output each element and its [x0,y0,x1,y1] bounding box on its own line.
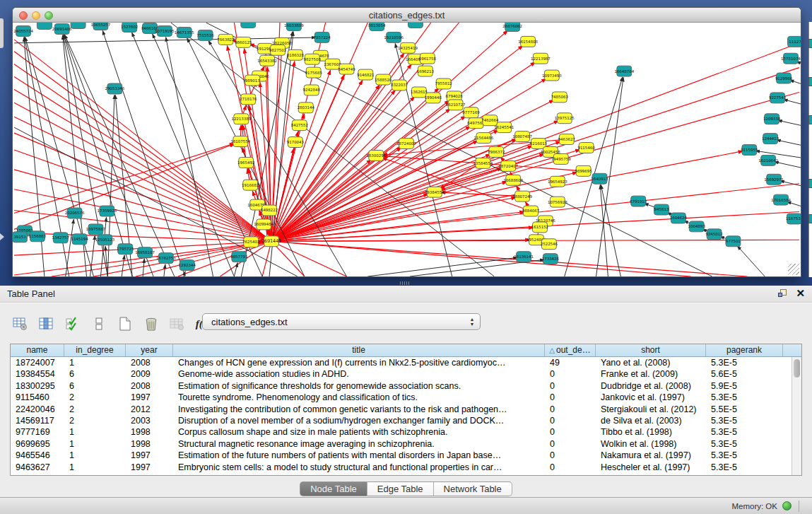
graph-edge[interactable] [132,33,235,276]
graph-node[interactable]: 1588520 [375,74,392,85]
graph-node[interactable]: 7462664 [481,115,499,126]
graph-node[interactable]: 1244413 [762,134,779,144]
graph-node[interactable]: 9884067 [522,206,539,216]
network-canvas[interactable]: 2405572420691406106552571527602846616010… [13,23,801,276]
graph-edge[interactable] [787,201,801,209]
graph-node[interactable]: 11127 [787,36,801,47]
graph-node[interactable]: 1156883 [29,231,47,242]
graph-node[interactable]: 989013 [245,75,260,86]
graph-node[interactable]: 15692971 [764,174,784,185]
network-select-dropdown[interactable]: citations_edges.txt ▲▼ [202,313,481,330]
graph-edge[interactable] [271,241,691,276]
graph-node[interactable]: 9827503 [269,45,287,55]
graph-node[interactable]: 10655257 [91,23,111,30]
graph-node[interactable]: 13975125 [555,113,575,124]
graph-node[interactable]: 677501 [726,236,741,247]
graph-node[interactable]: 16107554 [230,136,250,147]
window-titlebar[interactable]: citations_edges.txt [13,8,801,23]
column-header-out_de[interactable]: △out_de… [545,344,596,356]
table-row[interactable]: 911546021997Tourette syndrome. Phenomeno… [11,392,801,403]
close-panel-icon[interactable]: ✕ [796,287,805,300]
graph-node[interactable]: 1145194 [71,234,88,245]
graph-node[interactable]: 17016504 [771,194,791,205]
graph-node[interactable]: 16543382 [257,55,277,66]
table-row[interactable]: 946362711997Embryonic stem cells: a mode… [11,462,801,473]
graph-node[interactable]: 9175685 [305,67,322,78]
graph-node-hub[interactable]: 1691445 [261,236,282,247]
graph-node[interactable]: 8454749 [338,64,355,74]
graph-node[interactable]: 10975887 [86,224,106,235]
graph-node[interactable]: 9170043 [287,137,305,148]
graph-node[interactable]: 9227543 [769,93,787,103]
graph-edge[interactable] [777,140,801,147]
table-row[interactable]: 946554611997Estimation of the future num… [11,450,801,461]
graph-node[interactable]: 5498222 [261,205,278,216]
graph-node[interactable]: 1167533 [786,214,801,224]
table-options-icon[interactable] [10,315,31,333]
graph-node[interactable]: 9899695 [575,165,592,176]
graph-edge[interactable] [271,88,439,242]
window-resize-grip[interactable] [788,264,799,275]
graph-node[interactable]: 16136141 [514,252,534,262]
graph-node[interactable]: 6791913 [630,196,647,206]
graph-node[interactable]: 1004893 [688,221,706,232]
tab-network-table[interactable]: Network Table [434,481,512,496]
column-header-pagerank[interactable]: pagerank [706,344,783,356]
graph-node[interactable]: 7986372 [488,147,505,158]
column-header-year[interactable]: year [126,344,173,356]
graph-node[interactable]: 17359928 [97,206,117,216]
graph-node[interactable]: 18720407 [498,160,518,171]
memory-status-indicator[interactable] [782,501,792,510]
graph-node[interactable]: 9857791 [230,252,247,262]
graph-node[interactable]: 19384554 [425,187,445,197]
graph-node[interactable] [37,23,52,29]
graph-node[interactable] [241,23,256,28]
graph-node[interactable]: 9242848 [303,85,321,95]
column-header-name[interactable]: name [11,344,64,356]
graph-node[interactable]: 14671355 [175,27,194,37]
table-row[interactable]: 1938455462009Genome-wide association stu… [11,368,801,380]
graph-node[interactable]: 10807487 [512,132,532,142]
graph-node[interactable]: 10756928 [548,197,567,207]
graph-node[interactable]: 16782753 [156,253,176,264]
graph-node[interactable]: 1209338 [763,114,781,124]
graph-node[interactable]: 1733426 [542,254,560,264]
graph-edge[interactable] [14,37,316,43]
graph-edge[interactable] [164,264,165,276]
graph-node[interactable]: 6961758 [419,53,437,64]
graph-node[interactable]: 1696213 [417,66,435,76]
graph-node[interactable]: 12213987 [531,53,551,64]
graph-node[interactable]: 16154808 [518,36,538,47]
graph-node[interactable]: 18724007 [396,139,416,149]
splitter-arrow-icon[interactable] [0,233,4,240]
graph-edge[interactable] [14,170,271,241]
graph-node[interactable]: 1527602 [121,23,138,32]
graph-node[interactable]: 9827508 [304,54,322,64]
graph-edge[interactable] [778,120,801,127]
graph-node[interactable]: 16648784 [614,66,634,76]
graph-node[interactable]: 8322037 [391,80,408,90]
graph-node[interactable]: 1916682 [242,180,259,190]
graph-node[interactable]: 19654923 [548,176,567,187]
graph-node[interactable]: 1965492 [237,157,254,168]
graph-edge[interactable] [90,235,95,276]
graph-node[interactable]: 24055724 [13,25,33,36]
column-header-in_degree[interactable]: in_degree [64,344,126,356]
graph-edge[interactable] [107,95,114,276]
graph-node[interactable]: 39153 [13,232,27,243]
graph-edge[interactable] [14,144,235,214]
column-header-short[interactable]: short [596,344,706,356]
graph-node[interactable]: 9115460 [577,143,595,153]
graph-edge[interactable] [102,30,184,276]
graph-node[interactable]: 1342757 [52,233,69,243]
new-column-icon[interactable] [114,315,136,333]
graph-edge[interactable] [14,77,271,242]
graph-node[interactable]: 2522546 [541,239,558,250]
graph-node[interactable]: 7625402 [242,237,259,247]
graph-node[interactable]: 9860125 [235,37,252,47]
graph-node[interactable]: 1640913 [591,173,608,184]
table-row[interactable]: 1456911722003Disruption of a novel membe… [11,415,801,426]
graph-node[interactable]: 2718176 [240,94,257,105]
table-row[interactable]: 1830029562008Estimation of significance … [11,380,801,392]
graph-edge[interactable] [14,133,271,241]
